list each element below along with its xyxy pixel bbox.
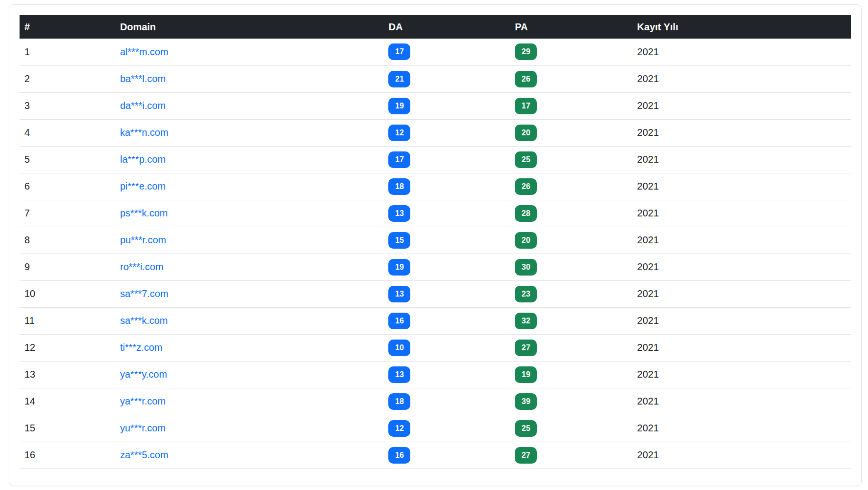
da-cell: 18 — [383, 173, 510, 200]
pa-cell: 19 — [510, 361, 632, 388]
da-badge: 13 — [388, 205, 410, 222]
da-badge: 19 — [388, 259, 410, 276]
domain-link[interactable]: la***p.com — [120, 154, 166, 165]
pa-badge: 32 — [515, 313, 537, 329]
pa-badge: 26 — [515, 71, 537, 87]
da-cell: 18 — [383, 388, 510, 415]
domain-cell: ps***k.com — [115, 200, 384, 227]
pa-badge: 29 — [515, 43, 537, 60]
domain-link[interactable]: al***m.com — [120, 46, 169, 57]
pa-badge: 27 — [515, 340, 537, 356]
pa-badge: 20 — [515, 232, 537, 249]
da-badge: 15 — [388, 232, 410, 249]
registration-year: 2021 — [632, 280, 851, 307]
domain-link[interactable]: pu***r.com — [120, 234, 167, 245]
domain-link[interactable]: ti***z.com — [120, 342, 163, 353]
table-header-row: # Domain DA PA Kayıt Yılı — [20, 15, 851, 39]
registration-year: 2021 — [632, 254, 851, 280]
table-row: 13 ya***y.com 13 19 2021 — [20, 361, 851, 388]
pa-cell: 27 — [510, 334, 632, 361]
pa-badge: 19 — [515, 366, 537, 383]
row-index: 3 — [20, 92, 115, 119]
domain-link[interactable]: ka***n.com — [120, 127, 169, 138]
pa-badge: 27 — [515, 447, 537, 464]
row-index: 8 — [20, 227, 115, 254]
domain-link[interactable]: ba***l.com — [120, 73, 166, 84]
table-row: 9 ro***i.com 19 30 2021 — [20, 254, 851, 280]
row-index: 5 — [20, 146, 115, 173]
pa-cell: 20 — [510, 119, 632, 146]
row-index: 14 — [20, 388, 115, 415]
domain-cell: sa***7.com — [115, 280, 384, 307]
registration-year: 2021 — [632, 173, 851, 200]
domain-cell: za***5.com — [115, 442, 384, 469]
pa-cell: 32 — [510, 307, 632, 334]
registration-year: 2021 — [632, 119, 851, 146]
row-index: 12 — [20, 334, 115, 361]
registration-year: 2021 — [632, 415, 851, 442]
da-cell: 13 — [383, 200, 510, 227]
domain-cell: ya***r.com — [115, 388, 384, 415]
da-cell: 17 — [383, 146, 510, 173]
da-cell: 12 — [383, 415, 510, 442]
pa-badge: 26 — [515, 178, 537, 195]
domain-link[interactable]: za***5.com — [120, 449, 169, 460]
da-cell: 13 — [383, 280, 510, 307]
row-index: 4 — [20, 119, 115, 146]
domain-cell: pi***e.com — [115, 173, 384, 200]
domain-link[interactable]: ya***y.com — [120, 369, 167, 380]
domain-link[interactable]: sa***7.com — [120, 288, 169, 299]
header-pa: PA — [510, 15, 632, 39]
header-da: DA — [383, 15, 510, 39]
domain-link[interactable]: ya***r.com — [120, 396, 166, 406]
domain-cell: al***m.com — [115, 39, 384, 65]
header-index: # — [20, 15, 115, 39]
domain-link[interactable]: ro***i.com — [120, 261, 164, 272]
domain-link[interactable]: da***i.com — [120, 100, 166, 111]
registration-year: 2021 — [632, 65, 851, 92]
table-row: 6 pi***e.com 18 26 2021 — [20, 173, 851, 200]
da-badge: 16 — [388, 447, 410, 464]
domain-link[interactable]: pi***e.com — [120, 181, 166, 192]
registration-year: 2021 — [632, 334, 851, 361]
row-index: 6 — [20, 173, 115, 200]
row-index: 15 — [20, 415, 115, 442]
domain-cell: ya***y.com — [115, 361, 384, 388]
domain-cell: da***i.com — [115, 92, 384, 119]
header-registration-year: Kayıt Yılı — [632, 15, 851, 39]
pa-cell: 25 — [510, 146, 632, 173]
domain-link[interactable]: sa***k.com — [120, 315, 168, 326]
domain-cell: ro***i.com — [115, 254, 384, 280]
table-row: 15 yu***r.com 12 25 2021 — [20, 415, 851, 442]
da-cell: 16 — [383, 307, 510, 334]
domain-cell: ti***z.com — [115, 334, 384, 361]
table-row: 12 ti***z.com 10 27 2021 — [20, 334, 851, 361]
table-row: 7 ps***k.com 13 28 2021 — [20, 200, 851, 227]
da-badge: 12 — [388, 125, 410, 141]
row-index: 9 — [20, 254, 115, 280]
table-row: 5 la***p.com 17 25 2021 — [20, 146, 851, 173]
da-badge: 16 — [388, 313, 410, 329]
domain-link[interactable]: ps***k.com — [120, 208, 168, 218]
da-badge: 17 — [388, 43, 410, 60]
registration-year: 2021 — [632, 200, 851, 227]
registration-year: 2021 — [632, 39, 851, 65]
table-row: 1 al***m.com 17 29 2021 — [20, 39, 851, 65]
domain-cell: ba***l.com — [115, 65, 384, 92]
da-badge: 13 — [388, 286, 410, 302]
registration-year: 2021 — [632, 146, 851, 173]
da-badge: 18 — [388, 178, 410, 195]
pa-badge: 30 — [515, 259, 537, 276]
pa-badge: 20 — [515, 125, 537, 141]
da-cell: 19 — [383, 92, 510, 119]
domain-cell: ka***n.com — [115, 119, 384, 146]
row-index: 2 — [20, 65, 115, 92]
table-card: # Domain DA PA Kayıt Yılı 1 al***m.com 1… — [9, 4, 862, 486]
registration-year: 2021 — [632, 227, 851, 254]
domain-cell: yu***r.com — [115, 415, 384, 442]
pa-cell: 29 — [510, 39, 632, 65]
domain-link[interactable]: yu***r.com — [120, 423, 166, 433]
da-badge: 21 — [388, 71, 410, 87]
registration-year: 2021 — [632, 307, 851, 334]
pa-cell: 26 — [510, 173, 632, 200]
